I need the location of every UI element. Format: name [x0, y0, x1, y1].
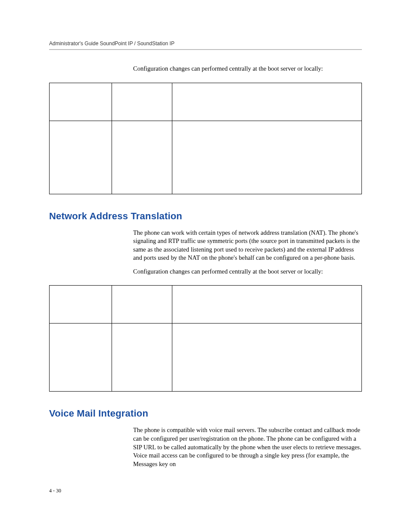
section1-intro: Configuration changes can performed cent…: [133, 65, 362, 73]
page-number: 4 - 30: [49, 488, 61, 494]
table-cell: [112, 83, 172, 121]
table-cell: [112, 286, 172, 324]
table-cell: [172, 324, 362, 392]
table-row: [50, 324, 362, 392]
table-row: [50, 121, 362, 194]
table-cell: [50, 286, 112, 324]
config-table-2: [49, 285, 362, 392]
header-rule: [49, 49, 362, 50]
heading-nat: Network Address Translation: [49, 211, 362, 222]
table-cell: [50, 324, 112, 392]
table-cell: [172, 286, 362, 324]
nat-para2: Configuration changes can performed cent…: [133, 268, 362, 276]
voicemail-para1: The phone is compatible with voice mail …: [133, 426, 362, 468]
heading-voicemail: Voice Mail Integration: [49, 408, 362, 419]
table-cell: [50, 83, 112, 121]
table-cell: [172, 121, 362, 194]
nat-para1: The phone can work with certain types of…: [133, 229, 362, 262]
table-cell: [112, 121, 172, 194]
table-cell: [50, 121, 112, 194]
table-row: [50, 286, 362, 324]
table-row: [50, 83, 362, 121]
table-cell: [112, 324, 172, 392]
table-cell: [172, 83, 362, 121]
running-header: Administrator's Guide SoundPoint IP / So…: [49, 40, 362, 47]
config-table-1: [49, 83, 362, 194]
